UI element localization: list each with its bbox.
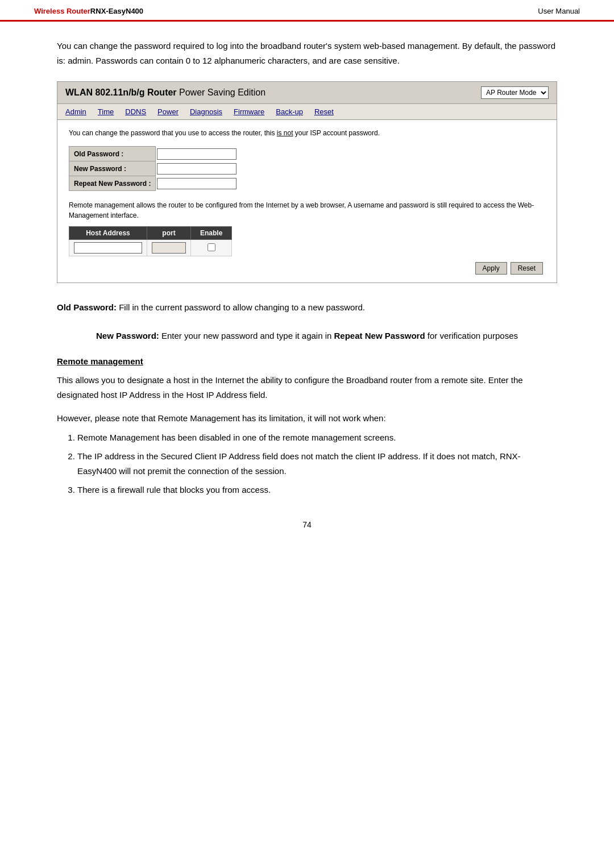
brand-model: RNX-EasyN400 <box>90 7 143 15</box>
panel-title-bold: WLAN 802.11n/b/g Router <box>65 88 177 97</box>
new-password-field-cell <box>156 161 240 176</box>
new-password-row: New Password : <box>69 161 240 176</box>
panel-title: WLAN 802.11n/b/g Router Power Saving Edi… <box>65 88 265 98</box>
col-host-address: Host Address <box>69 227 147 240</box>
password-table: Old Password : New Password : Repeat New… <box>69 146 240 191</box>
remote-management-table: Host Address port Enable 8080 <box>69 226 232 256</box>
remote-table-data-row: 8080 <box>69 240 232 256</box>
list-item: There is a firewall rule that blocks you… <box>77 483 557 497</box>
new-password-input[interactable] <box>157 163 237 175</box>
remote-mgmt-desc: Remote management allows the router to b… <box>69 200 545 221</box>
intro-text: You can change the password required to … <box>57 39 557 68</box>
nav-backup[interactable]: Back-up <box>276 107 303 116</box>
host-address-input[interactable] <box>74 242 142 254</box>
new-password-desc-text: Enter your new password and type it agai… <box>159 331 334 340</box>
old-password-input[interactable] <box>157 148 237 160</box>
remote-management-para1: This allows you to designate a host in t… <box>57 373 557 402</box>
nav-time[interactable]: Time <box>98 107 114 116</box>
panel-body: You can change the password that you use… <box>57 120 557 283</box>
header-brand: Wireless RouterRNX-EasyN400 <box>34 7 143 15</box>
old-password-row: Old Password : <box>69 147 240 161</box>
host-address-cell <box>69 240 147 256</box>
enable-cell <box>191 240 232 256</box>
new-password-desc: New Password: Enter your new password an… <box>57 329 557 343</box>
enable-checkbox[interactable] <box>208 243 215 251</box>
nav-firmware[interactable]: Firmware <box>234 107 264 116</box>
remote-management-para2: However, please note that Remote Managem… <box>57 411 557 426</box>
old-password-desc: Old Password: Fill in the current passwo… <box>57 300 557 315</box>
old-password-section: Old Password: Fill in the current passwo… <box>57 300 557 315</box>
repeat-new-password-bold: Repeat New Password <box>334 331 425 340</box>
nav-power[interactable]: Power <box>157 107 179 116</box>
panel-desc-part2: your ISP account password. <box>293 129 380 137</box>
intro-paragraph: You can change the password required to … <box>57 39 557 68</box>
remote-table-header-row: Host Address port Enable <box>69 227 232 240</box>
nav-diagnosis[interactable]: Diagnosis <box>190 107 222 116</box>
nav-ddns[interactable]: DDNS <box>125 107 146 116</box>
port-input[interactable]: 8080 <box>152 242 186 254</box>
page-number: 74 <box>302 520 312 529</box>
remote-management-list: Remote Management has been disabled in o… <box>57 430 557 497</box>
col-enable: Enable <box>191 227 232 240</box>
brand-name-bold: Wireless Router <box>34 7 90 15</box>
repeat-password-field-cell <box>156 176 240 191</box>
button-row: Apply Reset <box>69 262 545 275</box>
new-password-section: New Password: Enter your new password an… <box>57 329 557 343</box>
page-footer: 74 <box>57 520 557 541</box>
panel-description: You can change the password that you use… <box>69 128 545 138</box>
router-panel: WLAN 802.11n/b/g Router Power Saving Edi… <box>57 81 557 283</box>
remote-management-section: Remote management This allows you to des… <box>57 356 557 497</box>
new-password-desc-text2: for verification purposes <box>425 331 518 340</box>
router-nav: Admin Time DDNS Power Diagnosis Firmware… <box>57 104 557 120</box>
panel-desc-underline: is not <box>277 129 293 137</box>
page-header: Wireless RouterRNX-EasyN400 User Manual <box>0 0 614 22</box>
main-content: You can change the password required to … <box>0 22 614 563</box>
panel-desc-part1: You can change the password that you use… <box>69 129 277 137</box>
apply-button[interactable]: Apply <box>475 262 507 275</box>
list-item: Remote Management has been disabled in o… <box>77 430 557 445</box>
reset-button[interactable]: Reset <box>511 262 543 275</box>
panel-header: WLAN 802.11n/b/g Router Power Saving Edi… <box>57 82 557 104</box>
old-password-label: Old Password : <box>69 147 156 161</box>
repeat-password-label: Repeat New Password : <box>69 176 156 191</box>
col-port: port <box>147 227 191 240</box>
panel-title-normal: Power Saving Edition <box>177 88 266 97</box>
old-password-field-cell <box>156 147 240 161</box>
new-password-label: New Password : <box>69 161 156 176</box>
repeat-password-input[interactable] <box>157 178 237 189</box>
port-cell: 8080 <box>147 240 191 256</box>
list-item: The IP address in the Secured Client IP … <box>77 449 557 478</box>
old-password-desc-text: Fill in the current password to allow ch… <box>117 302 365 312</box>
router-mode-select[interactable]: AP Router Mode <box>481 86 549 99</box>
nav-admin[interactable]: Admin <box>65 107 86 116</box>
old-password-label-text: Old Password: <box>57 302 117 312</box>
new-password-label-text: New Password: <box>96 331 159 340</box>
nav-reset[interactable]: Reset <box>314 107 334 116</box>
header-right: User Manual <box>538 7 580 15</box>
remote-management-title: Remote management <box>57 356 557 366</box>
repeat-password-row: Repeat New Password : <box>69 176 240 191</box>
